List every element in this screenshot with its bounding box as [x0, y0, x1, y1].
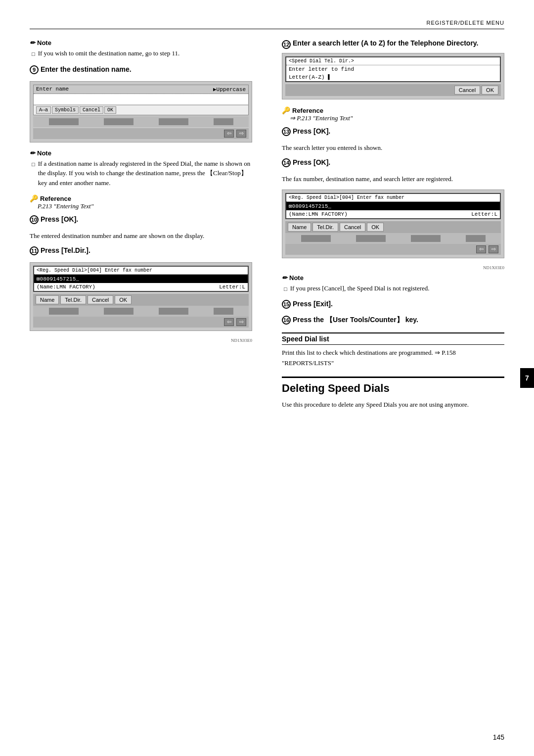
note-icon-2: ✏	[30, 149, 35, 157]
ref-icon-1: 🔑	[30, 194, 38, 202]
note-title-1: ✏ Note	[30, 39, 252, 47]
lcd-td-btn-ok[interactable]: OK	[115, 295, 132, 304]
lcd-key-dark-2	[104, 118, 134, 125]
lcd-reg-key-1	[301, 235, 331, 242]
checkbox-3: □	[284, 285, 287, 293]
step-11-num: 11	[30, 246, 39, 255]
lcd-btn-cancel-enter[interactable]: Cancel	[80, 106, 103, 114]
note-item-2-text: If a destination name is already registe…	[38, 159, 252, 188]
step-9-num: 9	[30, 65, 39, 74]
step-15-heading: 15 Press [Exit].	[282, 300, 504, 312]
lcd-td-btn-name[interactable]: Name	[36, 295, 59, 304]
lcd-reg-screen: <Reg. Speed Dial>[004] Enter fax number …	[285, 193, 501, 219]
step-10-label: Press [OK].	[41, 215, 78, 223]
lcd-key-dark-4	[214, 118, 233, 125]
right-column: 12 Enter a search letter (A to Z) for th…	[277, 39, 504, 410]
lcd-reg-nav-right[interactable]: ⇨	[489, 245, 498, 253]
two-col-layout: ✏ Note □ If you wish to omit the destina…	[30, 39, 504, 410]
step-9-heading: 9 Enter the destination name.	[30, 65, 252, 77]
step-10-num: 10	[30, 215, 39, 224]
ref-icon-2: 🔑	[282, 106, 290, 114]
note-icon-1: ✏	[30, 39, 35, 47]
lcd-reg-nav-left[interactable]: ⇦	[476, 245, 486, 253]
note-item-2: □ If a destination name is already regis…	[30, 159, 252, 188]
step-13-body: The search letter you entered is shown.	[282, 143, 504, 153]
lcd-td-buttons: Name Tel.Dir. Cancel OK	[33, 294, 249, 306]
speed-dial-list-heading: Speed Dial list	[282, 332, 504, 345]
lcd-reg-key-3	[411, 235, 441, 242]
lcd-td-btn-cancel[interactable]: Cancel	[88, 295, 113, 304]
lcd-reg-buttons: Name Tel.Dir. Cancel OK	[285, 221, 501, 233]
lcd-reg-row2: ⊠08091457215_	[286, 202, 500, 210]
lcd-tel-dir-panel: <Reg. Speed Dial>[004] Enter fax number …	[30, 262, 252, 331]
step-16-num: 16	[282, 316, 291, 325]
nd-label-1: ND1X03E0	[30, 338, 252, 343]
lcd-btn-symbols[interactable]: Symbols	[52, 106, 79, 114]
left-column: ✏ Note □ If you wish to omit the destina…	[30, 39, 257, 410]
lcd-search-row2: Enter letter to find	[286, 65, 500, 73]
note-title-2: ✏ Note	[30, 149, 252, 157]
lcd-td-nav-left[interactable]: ⇦	[224, 318, 234, 326]
lcd-key-dark-1	[49, 118, 79, 125]
lcd-td-nav: ⇦ ⇨	[33, 317, 249, 328]
checkbox-2: □	[32, 160, 35, 169]
ref-box-1: 🔑 Reference P.213 "Entering Text"	[30, 194, 252, 210]
lcd-btn-a-swap[interactable]: A↔a	[36, 106, 51, 114]
lcd-tel-dir-screen: <Reg. Speed Dial>[004] Enter fax number …	[33, 266, 249, 292]
lcd-reg-btn-name[interactable]: Name	[288, 223, 311, 232]
step-13-num: 13	[282, 127, 291, 136]
lcd-reg-btn-ok[interactable]: OK	[367, 223, 384, 232]
lcd-key-row	[33, 116, 249, 127]
note-item-1: □ If you wish to omit the destination na…	[30, 48, 252, 58]
lcd-key-dark-3	[159, 118, 188, 125]
step-10-heading: 10 Press [OK].	[30, 215, 252, 227]
lcd-search-row1: <Speed Dial Tel. Dir.>	[286, 57, 500, 65]
lcd-nav-left[interactable]: ⇦	[224, 130, 234, 138]
step-16-heading: 16 Press the 【User Tools/Counter】 key.	[282, 316, 504, 329]
lcd-enter-name-buttons: A↔a Symbols Cancel OK	[34, 105, 248, 115]
lcd-reg-key-row	[285, 233, 501, 244]
step-12-label: Enter a search letter (A to Z) for the T…	[293, 39, 478, 47]
note-icon-3: ✏	[282, 274, 287, 282]
lcd-td-nav-right[interactable]: ⇨	[236, 318, 246, 326]
step-11-heading: 11 Press [Tel.Dir.].	[30, 246, 252, 258]
lcd-search-row3: Letter(A-Z) ▌	[286, 73, 500, 81]
ref-content-2: ⇒ P.213 "Entering Text"	[282, 114, 504, 122]
page-number: 145	[493, 733, 504, 741]
lcd-reg-btn-cancel[interactable]: Cancel	[340, 223, 365, 232]
step-14-heading: 14 Press [OK].	[282, 158, 504, 170]
lcd-search-btn-ok[interactable]: OK	[482, 86, 498, 94]
lcd-td-key-2	[104, 308, 134, 315]
lcd-reg-btn-teldir[interactable]: Tel.Dir.	[312, 223, 338, 232]
step-15-label: Press [Exit].	[293, 300, 333, 308]
lcd-reg-panel: <Reg. Speed Dial>[004] Enter fax number …	[282, 189, 504, 258]
lcd-row-label: Enter name ▶Uppercase	[34, 85, 248, 94]
step-14-label: Press [OK].	[293, 158, 330, 166]
step-14-body: The fax number, destination name, and se…	[282, 174, 504, 185]
step-14-num: 14	[282, 158, 291, 167]
lcd-btn-ok-enter[interactable]: OK	[104, 106, 116, 114]
lcd-nav-right[interactable]: ⇨	[236, 130, 246, 138]
lcd-td-key-4	[214, 308, 233, 315]
lcd-search-btn-cancel[interactable]: Cancel	[454, 86, 480, 94]
step-10-body: The entered destination number and name …	[30, 231, 252, 241]
lcd-enter-name-panel: Enter name ▶Uppercase A↔a Symbols Cancel…	[30, 81, 252, 142]
ref-content-1: P.213 "Entering Text"	[30, 202, 252, 210]
lcd-td-row3: (Name:LMN FACTORY) Letter:L	[34, 283, 248, 291]
section-title: Deleting Speed Dials	[282, 382, 504, 395]
side-tab: 7	[520, 368, 534, 388]
lcd-search-panel: <Speed Dial Tel. Dir.> Enter letter to f…	[282, 53, 504, 99]
lcd-td-btn-teldir[interactable]: Tel.Dir.	[60, 295, 86, 304]
lcd-td-row1: <Reg. Speed Dial>[004] Enter fax number	[34, 267, 248, 275]
note-box-1: ✏ Note □ If you wish to omit the destina…	[30, 39, 252, 58]
lcd-reg-key-2	[356, 235, 386, 242]
section-divider	[282, 377, 504, 378]
lcd-nav-row: ⇦ ⇨	[33, 128, 249, 139]
lcd-td-key-row	[33, 306, 249, 317]
step-16-label: Press the 【User Tools/Counter】 key.	[293, 316, 418, 325]
header-title: REGISTER/DELETE MENU	[426, 20, 504, 26]
lcd-reg-row1: <Reg. Speed Dial>[004] Enter fax number	[286, 194, 500, 202]
lcd-enter-name-input-area	[34, 94, 248, 105]
step-11-label: Press [Tel.Dir.].	[41, 246, 90, 254]
step-9-label: Enter the destination name.	[41, 65, 132, 73]
